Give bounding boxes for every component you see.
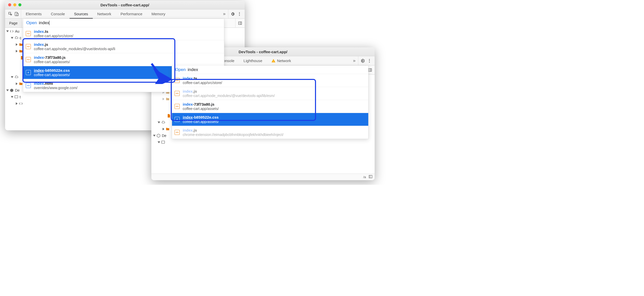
tab-lighthouse[interactable]: Lighthouse <box>239 56 267 65</box>
tree-row-auth[interactable]: Au <box>7 28 24 35</box>
maximize-icon[interactable] <box>18 3 21 6</box>
collapse-panel-icon[interactable] <box>238 21 242 25</box>
close-icon[interactable] <box>8 3 11 6</box>
folder-icon <box>165 97 170 101</box>
command-query: index <box>39 20 50 25</box>
suggestion-item[interactable]: #index-b859522e.csscoffee-cart.app/asset… <box>172 113 368 126</box>
tree-row-cloud2[interactable] <box>7 74 24 80</box>
disclosure-icon[interactable] <box>11 76 14 78</box>
disclosure-icon[interactable] <box>163 98 164 100</box>
toolbar-right <box>358 56 374 65</box>
tree-row-folder-b[interactable] <box>153 96 171 102</box>
file-type-icon: <> <box>26 44 31 49</box>
command-menu-2[interactable]: Open index <>index.tscoffee-cart.app/src… <box>172 66 369 139</box>
tree-row-folder2[interactable] <box>7 48 24 54</box>
svg-rect-12 <box>162 141 165 143</box>
tree-row-cloud2[interactable] <box>153 119 171 126</box>
suggestion-path: coffee-cart.app/assets/ <box>34 73 70 77</box>
tab-performance[interactable]: Performance <box>116 9 147 18</box>
suggestion-item[interactable]: <>index.tscoffee-cart.app/src/store/ <box>23 27 224 40</box>
file-type-icon: # <box>175 117 180 122</box>
status-footer: /a <box>151 174 375 180</box>
command-query: index <box>188 67 198 72</box>
frame-icon <box>161 140 165 144</box>
disclosure-icon[interactable] <box>158 122 160 123</box>
suggestion-name: index.js <box>34 42 115 47</box>
suggestion-path: coffee-cart.app/node_modules/@vue/devtoo… <box>183 94 275 98</box>
warn-icon <box>271 59 275 63</box>
disclosure-icon[interactable] <box>158 142 160 143</box>
suggestion-path: coffee-cart.app/node_modules/@vue/devtoo… <box>34 47 115 51</box>
disclosure-icon[interactable] <box>16 43 18 46</box>
disclosure-icon[interactable] <box>16 82 18 85</box>
suggestion-name: index.js <box>183 128 283 132</box>
tab-console[interactable]: Console <box>46 9 70 18</box>
disclosure-icon[interactable] <box>153 135 156 137</box>
kebab-menu-icon[interactable] <box>237 12 242 16</box>
tree-row-de[interactable]: De <box>153 132 171 139</box>
disclosure-icon[interactable] <box>6 90 9 91</box>
disclosure-icon[interactable] <box>16 50 18 52</box>
suggestion-name: index.html <box>34 81 77 86</box>
tree-row-frame[interactable]: t <box>7 94 24 100</box>
collapse-panel-icon[interactable] <box>368 68 372 72</box>
suggestion-item[interactable]: <>index.jscoffee-cart.app/node_modules/@… <box>172 87 368 100</box>
minimize-icon[interactable] <box>13 3 16 6</box>
kebab-menu-icon[interactable] <box>367 59 372 63</box>
tree-row-folder-c[interactable] <box>153 126 171 132</box>
panel-tabs: Elements Console Sources Network Perform… <box>21 9 220 18</box>
tree-row-cloud[interactable]: c <box>7 35 24 41</box>
svg-rect-4 <box>15 96 18 98</box>
file-type-icon: <> <box>26 31 31 36</box>
file-tree-1: Au c De <box>7 28 24 107</box>
disclosure-icon[interactable] <box>6 31 9 32</box>
devtools-window-2: DevTools - coffee-cart.app/ Elements Sou… <box>151 47 375 180</box>
frame-icon <box>14 95 19 99</box>
device-toggle-icon[interactable] <box>14 12 19 16</box>
folder-icon <box>19 43 23 47</box>
file-type-icon: <> <box>26 57 31 62</box>
disclosure-icon[interactable] <box>16 102 18 105</box>
cloud-icon <box>14 36 19 40</box>
gear-icon[interactable] <box>230 12 235 16</box>
suggestion-path: coffee-cart.app/src/store/ <box>34 34 73 38</box>
tree-row-frame[interactable] <box>153 139 171 146</box>
subtab-page[interactable]: Page <box>5 19 22 27</box>
command-input-row[interactable]: Open index <box>172 66 368 74</box>
tree-row-folder3[interactable] <box>7 80 24 87</box>
suggestion-item[interactable]: <>index.tscoffee-cart.app/src/store/ <box>172 74 368 87</box>
tab-network[interactable]: Network <box>267 56 296 65</box>
tab-network[interactable]: Network <box>93 9 116 18</box>
tab-overflow-icon[interactable]: » <box>220 11 228 17</box>
tree-row-file-a[interactable] <box>7 54 24 61</box>
sidebar-toggle-icon[interactable] <box>369 175 373 179</box>
file-type-icon: <> <box>175 91 180 96</box>
inspect-icon[interactable] <box>8 12 13 16</box>
command-input-row[interactable]: Open index <box>23 19 224 27</box>
tree-row-de[interactable]: De <box>7 87 24 94</box>
disclosure-icon[interactable] <box>11 96 14 98</box>
suggestion-name: index-73f73a80.js <box>34 55 70 60</box>
svg-point-8 <box>273 61 274 62</box>
svg-rect-2 <box>17 13 18 16</box>
suggestion-path: coffee-cart.app/assets/ <box>183 107 219 111</box>
svg-rect-3 <box>239 22 242 24</box>
suggestion-item[interactable]: <>index.jscoffee-cart.app/node_modules/@… <box>23 40 224 53</box>
tab-overflow-icon[interactable]: » <box>350 58 358 63</box>
disclosure-icon[interactable] <box>163 128 164 130</box>
tab-elements[interactable]: Elements <box>21 9 46 18</box>
gear-icon[interactable] <box>360 59 365 63</box>
tree-row-folder1[interactable] <box>7 41 24 48</box>
tab-sources[interactable]: Sources <box>70 9 93 18</box>
suggestion-item[interactable]: <>index-73f73a80.jscoffee-cart.app/asset… <box>23 53 224 66</box>
suggestion-name: index.ts <box>34 29 73 34</box>
toolbar-left-icons <box>6 9 21 18</box>
tree-row-script[interactable] <box>7 100 24 107</box>
file-type-icon: # <box>26 70 31 75</box>
disclosure-icon[interactable] <box>11 37 14 39</box>
tab-memory[interactable]: Memory <box>147 9 170 18</box>
suggestion-item[interactable]: <>index-73f73a80.jscoffee-cart.app/asset… <box>172 100 368 113</box>
suggestion-item[interactable]: <>index.jschrome-extension://eimadpbcbfn… <box>172 126 368 139</box>
svg-rect-11 <box>369 68 372 71</box>
tree-row-file[interactable] <box>153 112 171 119</box>
